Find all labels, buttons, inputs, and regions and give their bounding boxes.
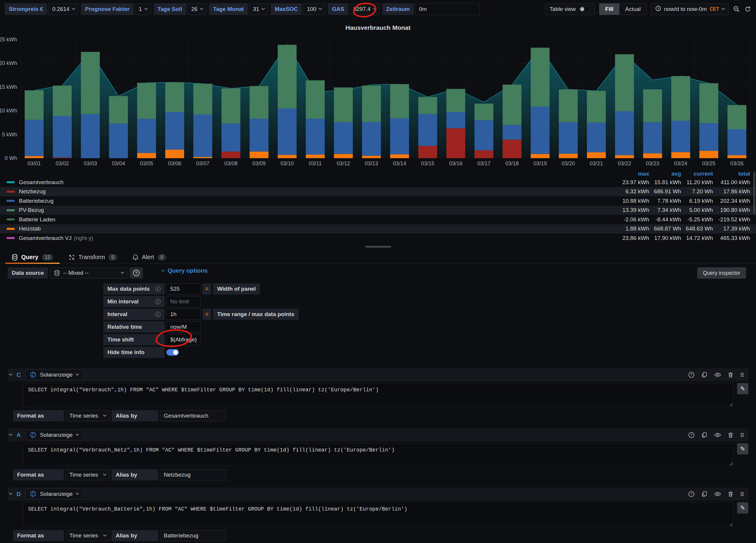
bar-segment-batteriebezug[interactable] (699, 123, 718, 151)
bar-segment-heizstab[interactable] (531, 154, 549, 158)
bar-segment-batteriebezug[interactable] (446, 112, 465, 128)
bar-segment-batteriebezug[interactable] (109, 124, 128, 158)
bar-segment-pv-bezug[interactable] (81, 52, 100, 114)
bar-segment-batteriebezug[interactable] (418, 114, 437, 146)
legend-column-avg[interactable]: avg (649, 171, 681, 177)
hide-time-info-toggle[interactable] (166, 349, 179, 356)
bar-segment-pv-bezug[interactable] (727, 105, 746, 129)
bar-segment-heizstab[interactable] (699, 151, 718, 158)
series-name[interactable]: Batterie Laden (19, 216, 617, 223)
bar-segment-batteriebezug[interactable] (503, 125, 521, 140)
bar-segment-batteriebezug[interactable] (53, 116, 72, 158)
variable-dropdown[interactable]: 8297.4 (349, 3, 379, 15)
bar-segment-pv-bezug[interactable] (418, 97, 437, 114)
collapse-chevron-icon[interactable] (9, 372, 12, 376)
hide-query-eye-icon[interactable] (714, 491, 721, 497)
bar-segment-pv-bezug[interactable] (531, 48, 549, 107)
bar-segment-batteriebezug[interactable] (615, 111, 634, 155)
query-header-A[interactable]: ASolaranzeige? (8, 428, 748, 441)
edit-query-pencil-button[interactable]: ✎ (737, 383, 748, 394)
query-datasource-picker[interactable]: Solaranzeige (25, 369, 83, 380)
series-name[interactable]: Gesamtverbrauch VJ(right-y) (19, 235, 617, 241)
legend-row-pv-bezug[interactable]: PV-Bezug13.39 kWh7.34 kWh5.00 kWh190.80 … (0, 206, 756, 215)
bar-segment-batteriebezug[interactable] (193, 115, 212, 157)
bar-segment-batteriebezug[interactable] (727, 129, 746, 155)
alias-by-input[interactable]: Netzbezug (160, 469, 226, 480)
duplicate-query-icon[interactable] (701, 432, 708, 438)
legend-column-current[interactable]: current (681, 171, 713, 177)
sql-query-textarea[interactable]: SELECT integral("Verbrauch_Netz",1h) FRO… (23, 443, 733, 466)
bar-segment-batteriebezug[interactable] (306, 119, 325, 155)
bar-segment-heizstab[interactable] (643, 153, 662, 158)
bar-segment-batteriebezug[interactable] (531, 107, 549, 154)
bar-segment-batteriebezug[interactable] (278, 108, 297, 155)
bar-segment-heizstab[interactable] (390, 154, 409, 158)
hide-query-eye-icon[interactable] (714, 432, 721, 438)
bar-segment-batteriebezug[interactable] (559, 122, 578, 154)
option-input[interactable]: now/M (166, 321, 201, 333)
bar-segment-batteriebezug[interactable] (474, 120, 493, 150)
refresh-button[interactable] (744, 6, 751, 13)
textarea-resize-handle[interactable] (729, 462, 732, 465)
info-icon[interactable]: i (155, 299, 161, 304)
series-name[interactable]: Heizstab (19, 225, 617, 232)
bar-segment-pv-bezug[interactable] (559, 89, 578, 122)
series-name[interactable]: Batteriebezug (19, 198, 617, 204)
panel-resize-handle[interactable] (365, 246, 391, 248)
bar-segment-batteriebezug[interactable] (137, 119, 156, 153)
series-name[interactable]: PV-Bezug (19, 207, 617, 213)
info-icon[interactable]: i (155, 312, 161, 317)
bar-segment-pv-bezug[interactable] (643, 89, 662, 122)
bar-segment-batteriebezug[interactable] (81, 114, 100, 158)
variable-dropdown[interactable]: 100 (303, 3, 325, 15)
bar-segment-batteriebezug[interactable] (587, 122, 606, 152)
legend-row-gesamtverbrauch[interactable]: Gesamtverbrauch23.97 kWh15.81 kWh11.20 k… (0, 178, 756, 187)
legend-row-batteriebezug[interactable]: Batteriebezug10.88 kWh7.78 kWh6.19 kWh20… (0, 196, 756, 206)
bar-segment-heizstab[interactable] (193, 157, 212, 158)
duplicate-query-icon[interactable] (701, 372, 708, 378)
bar-segment-batteriebezug[interactable] (334, 122, 353, 154)
bar-segment-netzbezug[interactable] (446, 128, 465, 158)
bar-segment-pv-bezug[interactable] (671, 76, 690, 121)
collapse-chevron-icon[interactable] (9, 492, 12, 495)
option-input[interactable]: 525 (166, 283, 201, 295)
delete-query-trash-icon[interactable] (728, 432, 734, 438)
alias-by-input[interactable]: Batteriebezug (160, 530, 226, 541)
bar-segment-batteriebezug[interactable] (390, 118, 409, 154)
sql-query-textarea[interactable]: SELECT integral("Verbrauch_Batterie",1h)… (23, 502, 733, 526)
table-view-toggle[interactable]: Table view (545, 3, 595, 15)
variable-dropdown[interactable]: 26 (187, 3, 207, 15)
format-as-select[interactable]: Time series (66, 469, 110, 480)
query-datasource-picker[interactable]: Solaranzeige (25, 430, 83, 440)
option-input[interactable]: 1h (166, 309, 201, 320)
bar-segment-heizstab[interactable] (306, 155, 325, 158)
help-icon[interactable]: ? (688, 432, 695, 438)
duplicate-query-icon[interactable] (701, 491, 708, 497)
bar-segment-heizstab[interactable] (727, 155, 746, 158)
table-view-switch[interactable] (579, 6, 590, 12)
bar-segment-heizstab[interactable] (559, 154, 578, 158)
drag-handle-icon[interactable] (740, 372, 744, 378)
bar-segment-batteriebezug[interactable] (25, 120, 44, 156)
tab-query[interactable]: Query12 (4, 251, 61, 264)
info-icon[interactable]: i (155, 286, 161, 292)
edit-query-pencil-button[interactable]: ✎ (737, 443, 748, 454)
legend-row-heizstab[interactable]: Heizstab1.88 kWh668.87 Wh648.63 Wh17.39 … (0, 224, 756, 234)
alias-by-input[interactable]: Gesamtverbrauch (160, 410, 226, 421)
bar-segment-heizstab[interactable] (362, 156, 381, 158)
edit-query-pencil-button[interactable]: ✎ (737, 502, 748, 513)
zoom-out-button[interactable] (733, 6, 740, 13)
query-inspector-button[interactable]: Query inspector (697, 267, 746, 279)
drag-handle-icon[interactable] (740, 491, 744, 497)
collapse-chevron-icon[interactable] (9, 433, 12, 436)
datasource-picker[interactable]: -- Mixed -- (50, 267, 128, 279)
bar-segment-pv-bezug[interactable] (390, 84, 409, 118)
bar-segment-pv-bezug[interactable] (587, 91, 606, 123)
consumption-chart[interactable]: 0 Wh5 kWh10 kWh15 kWh20 kWh25 kWh03/0103… (0, 32, 756, 171)
fill-button[interactable]: Fill (599, 4, 619, 15)
variable-dropdown[interactable]: 0.2614 (48, 3, 78, 15)
query-header-D[interactable]: DSolaranzeige? (8, 488, 748, 501)
series-name[interactable]: Netzbezug (19, 188, 617, 195)
legend-row-batterie-laden[interactable]: Batterie Laden-2.06 kWh-8.44 kWh-5.25 kW… (0, 215, 756, 224)
bar-segment-heizstab[interactable] (25, 156, 44, 158)
